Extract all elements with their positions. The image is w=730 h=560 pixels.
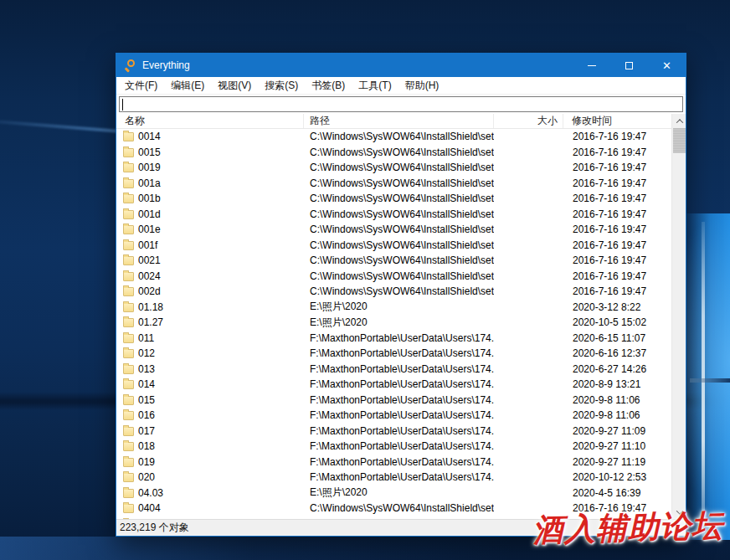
name-cell: 01.27 (116, 316, 304, 328)
wallpaper-logo-pane-line-horizontal (690, 378, 730, 383)
folder-icon (123, 349, 134, 358)
scrollbar-thumb[interactable] (673, 128, 686, 153)
table-row[interactable]: 001d C:\Windows\SysWOW64\InstallShield\s… (116, 207, 671, 223)
maximize-button[interactable] (610, 54, 648, 77)
table-row[interactable]: 001e C:\Windows\SysWOW64\InstallShield\s… (116, 222, 671, 238)
maximize-icon (625, 62, 633, 69)
table-row[interactable]: 002d C:\Windows\SysWOW64\InstallShield\s… (116, 284, 671, 300)
file-name: 018 (138, 440, 155, 452)
folder-icon (123, 194, 134, 203)
table-row[interactable]: 012 F:\MaxthonPortable\UserData\Users\17… (116, 346, 671, 362)
table-row[interactable]: 001b C:\Windows\SysWOW64\InstallShield\s… (116, 191, 671, 207)
menu-item-0[interactable]: 文件(F) (116, 77, 164, 94)
path-cell: C:\Windows\SysWOW64\InstallShield\set... (304, 146, 494, 158)
column-header-name[interactable]: 名称 (116, 114, 304, 128)
modified-cell: 2016-7-16 19:47 (563, 146, 671, 158)
file-name: 001d (138, 208, 161, 220)
file-name: 001b (138, 193, 161, 204)
table-row[interactable]: 001a C:\Windows\SysWOW64\InstallShield\s… (116, 176, 671, 192)
file-name: 001f (138, 239, 157, 251)
name-cell: 001f (116, 239, 304, 251)
table-row[interactable]: 020 F:\MaxthonPortable\UserData\Users\17… (116, 470, 671, 486)
modified-cell: 2016-7-16 19:47 (563, 208, 671, 220)
table-row[interactable]: 001f C:\Windows\SysWOW64\InstallShield\s… (116, 238, 671, 254)
name-cell: 001e (116, 223, 304, 235)
table-row[interactable]: 019 F:\MaxthonPortable\UserData\Users\17… (116, 455, 671, 470)
table-row[interactable]: 017 F:\MaxthonPortable\UserData\Users\17… (116, 424, 671, 439)
close-button[interactable]: ✕ (648, 54, 686, 77)
file-name: 011 (138, 332, 154, 344)
table-row[interactable]: 011 F:\MaxthonPortable\UserData\Users\17… (116, 331, 671, 347)
modified-cell: 2016-7-16 19:47 (563, 162, 671, 173)
table-row[interactable]: 016 F:\MaxthonPortable\UserData\Users\17… (116, 408, 671, 424)
search-row (116, 95, 686, 114)
menu-item-3[interactable]: 搜索(S) (258, 77, 305, 94)
path-cell: C:\Windows\SysWOW64\InstallShield\set... (304, 285, 494, 297)
column-header-path[interactable]: 路径 (304, 114, 494, 128)
path-cell: F:\MaxthonPortable\UserData\Users\174... (304, 332, 494, 344)
file-name: 013 (138, 363, 155, 375)
folder-icon (123, 210, 134, 219)
name-cell: 0024 (116, 270, 304, 282)
table-row[interactable]: 015 F:\MaxthonPortable\UserData\Users\17… (116, 393, 671, 408)
column-header-modified[interactable]: 修改时间 (563, 114, 686, 128)
path-cell: F:\MaxthonPortable\UserData\Users\174... (304, 471, 494, 483)
folder-icon (123, 287, 134, 296)
modified-cell: 2016-7-16 19:47 (563, 193, 671, 204)
file-name: 01.27 (138, 316, 163, 328)
table-row[interactable]: 0021 C:\Windows\SysWOW64\InstallShield\s… (116, 253, 671, 269)
path-cell: C:\Windows\SysWOW64\InstallShield\set... (304, 162, 494, 173)
table-row[interactable]: 0014 C:\Windows\SysWOW64\InstallShield\s… (116, 129, 671, 145)
scroll-down-button[interactable] (672, 505, 686, 519)
folder-icon (123, 380, 134, 389)
folder-icon (123, 365, 134, 374)
menu-item-5[interactable]: 工具(T) (352, 77, 398, 94)
menu-item-2[interactable]: 视图(V) (211, 77, 258, 94)
file-name: 0014 (138, 131, 161, 142)
modified-cell: 2016-7-16 19:47 (563, 502, 671, 514)
menu-item-1[interactable]: 编辑(E) (164, 77, 211, 94)
modified-cell: 2016-7-16 19:47 (563, 239, 671, 251)
wallpaper-logo-pane-line-vertical (702, 222, 705, 536)
search-input[interactable] (119, 96, 683, 112)
name-cell: 015 (116, 394, 304, 406)
table-row[interactable]: 0024 C:\Windows\SysWOW64\InstallShield\s… (116, 269, 671, 285)
text-caret (122, 99, 123, 110)
name-cell: 017 (116, 425, 304, 437)
folder-icon (123, 179, 134, 188)
titlebar[interactable]: Everything ✕ (116, 54, 686, 77)
table-row[interactable]: 0019 C:\Windows\SysWOW64\InstallShield\s… (116, 160, 671, 176)
table-row[interactable]: 014 F:\MaxthonPortable\UserData\Users\17… (116, 377, 671, 393)
column-header-size[interactable]: 大小 (494, 114, 563, 128)
path-cell: C:\Windows\SysWOW64\InstallShield\set... (304, 208, 494, 220)
file-name: 0407 (138, 518, 161, 519)
menu-item-6[interactable]: 帮助(H) (398, 77, 446, 94)
everything-window: Everything ✕ 文件(F)编辑(E)视图(V)搜索(S)书签(B)工具… (116, 53, 686, 537)
scroll-up-button[interactable] (672, 114, 686, 128)
desktop: { "window": { "title": "Everything", "co… (0, 0, 730, 560)
vertical-scrollbar[interactable] (671, 114, 686, 519)
wallpaper-windows-logo-glow (686, 213, 730, 540)
table-row[interactable]: 0015 C:\Windows\SysWOW64\InstallShield\s… (116, 145, 671, 161)
folder-icon (123, 225, 134, 234)
modified-cell: 2016-7-16 19:47 (563, 285, 671, 297)
table-row[interactable]: 01.27 E:\照片\2020 2020-10-5 15:02 (116, 315, 671, 331)
minimize-button[interactable] (573, 54, 610, 77)
folder-icon (123, 318, 134, 327)
everything-search-icon (124, 59, 136, 71)
folder-icon (123, 132, 134, 141)
table-row[interactable]: 013 F:\MaxthonPortable\UserData\Users\17… (116, 362, 671, 378)
table-row[interactable]: 0407 C:\Windows\SysWOW64\InstallShield\s… (116, 516, 671, 520)
table-row[interactable]: 018 F:\MaxthonPortable\UserData\Users\17… (116, 439, 671, 455)
file-name: 0019 (138, 162, 161, 173)
menu-item-4[interactable]: 书签(B) (305, 77, 352, 94)
path-cell: F:\MaxthonPortable\UserData\Users\174... (304, 409, 494, 421)
table-row[interactable]: 04.03 E:\照片\2020 2020-4-5 16:39 (116, 486, 671, 501)
table-row[interactable]: 01.18 E:\照片\2020 2020-3-12 8:22 (116, 300, 671, 316)
table-row[interactable]: 0404 C:\Windows\SysWOW64\InstallShield\s… (116, 501, 671, 516)
folder-icon (123, 334, 134, 343)
path-cell: C:\Windows\SysWOW64\InstallShield\set... (304, 239, 494, 251)
path-cell: E:\照片\2020 (304, 486, 494, 500)
folder-icon (123, 256, 134, 265)
path-cell: F:\MaxthonPortable\UserData\Users\174... (304, 363, 494, 375)
